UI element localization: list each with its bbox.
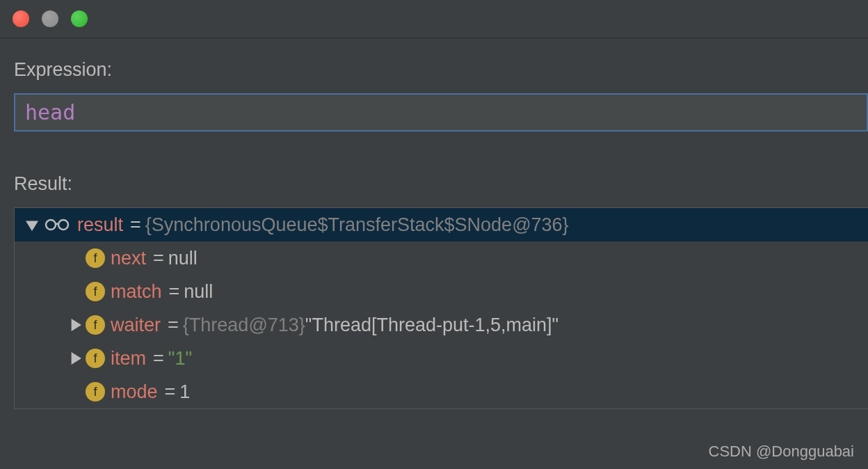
tree-row-result[interactable]: result = {SynchronousQueue$TransferStack… xyxy=(15,208,868,241)
var-value: null xyxy=(168,248,198,269)
collapse-icon[interactable] xyxy=(22,218,42,231)
minimize-window-button[interactable] xyxy=(42,10,58,27)
svg-marker-4 xyxy=(72,352,81,365)
watermark: CSDN @Dongguabai xyxy=(709,443,854,461)
result-label: Result: xyxy=(14,173,868,195)
var-name: match xyxy=(111,281,162,303)
var-ref: {Thread@713} xyxy=(183,315,305,336)
expand-icon[interactable] xyxy=(65,352,86,365)
var-name: mode xyxy=(111,381,158,403)
expression-input-wrapper[interactable] xyxy=(14,93,868,132)
var-name: result xyxy=(77,214,123,236)
equals-sign: = xyxy=(130,214,141,236)
window-title-bar xyxy=(0,0,868,38)
equals-sign: = xyxy=(153,248,164,269)
field-icon: f xyxy=(86,315,105,335)
expression-input[interactable] xyxy=(25,100,857,125)
var-value: "Thread[Thread-put-1,5,main]" xyxy=(305,315,558,336)
svg-marker-3 xyxy=(72,319,81,331)
equals-sign: = xyxy=(153,348,164,369)
equals-sign: = xyxy=(165,381,176,403)
content-area: Expression: Result: result = {Synchronou… xyxy=(0,38,868,409)
field-icon: f xyxy=(86,248,105,268)
svg-point-2 xyxy=(58,220,68,230)
result-tree: result = {SynchronousQueue$TransferStack… xyxy=(14,207,868,409)
equals-sign: = xyxy=(168,315,179,336)
maximize-window-button[interactable] xyxy=(71,10,88,27)
var-value: null xyxy=(184,281,213,303)
field-icon: f xyxy=(86,382,105,402)
svg-marker-0 xyxy=(26,221,38,231)
expression-label: Expression: xyxy=(14,59,868,81)
tree-row-next[interactable]: f next = null xyxy=(15,241,868,275)
var-value: {SynchronousQueue$TransferStack$SNode@73… xyxy=(145,214,569,236)
tree-row-waiter[interactable]: f waiter = {Thread@713} "Thread[Thread-p… xyxy=(15,308,868,342)
var-value: "1" xyxy=(168,348,192,369)
var-name: waiter xyxy=(111,315,161,336)
tree-row-item[interactable]: f item = "1" xyxy=(15,342,868,375)
field-icon: f xyxy=(86,349,105,368)
tree-row-mode[interactable]: f mode = 1 xyxy=(15,375,868,408)
svg-point-1 xyxy=(46,220,56,230)
var-value: 1 xyxy=(179,381,190,403)
close-window-button[interactable] xyxy=(13,10,29,27)
field-icon: f xyxy=(86,282,105,301)
var-name: item xyxy=(111,348,146,369)
watch-icon xyxy=(42,216,72,233)
tree-row-match[interactable]: f match = null xyxy=(15,275,868,308)
var-name: next xyxy=(111,248,146,269)
expand-icon[interactable] xyxy=(65,319,86,331)
equals-sign: = xyxy=(169,281,180,303)
